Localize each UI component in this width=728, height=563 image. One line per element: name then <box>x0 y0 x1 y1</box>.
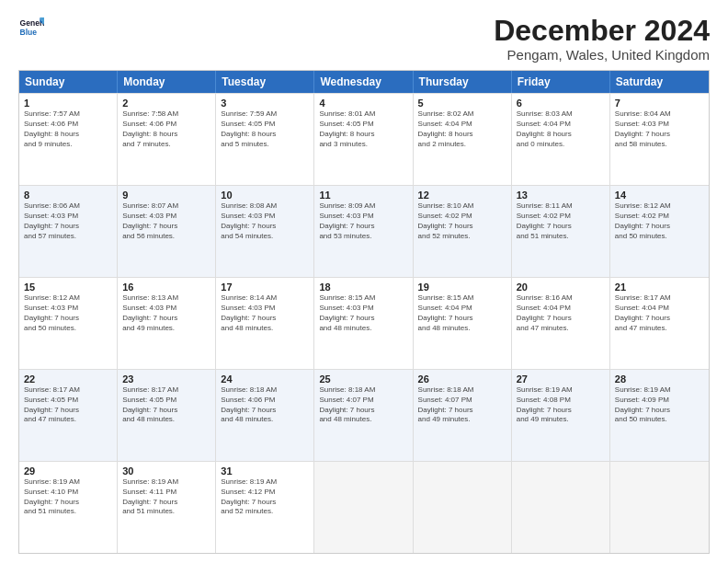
day-info: Sunrise: 8:16 AM Sunset: 4:04 PM Dayligh… <box>517 293 605 333</box>
day-info: Sunrise: 8:19 AM Sunset: 4:11 PM Dayligh… <box>122 477 210 517</box>
day-number: 8 <box>24 190 112 201</box>
header-friday: Friday <box>512 71 610 93</box>
calendar-cell-26: 26Sunrise: 8:18 AM Sunset: 4:07 PM Dayli… <box>414 370 512 461</box>
day-info: Sunrise: 7:57 AM Sunset: 4:06 PM Dayligh… <box>24 109 112 149</box>
calendar-cell-empty <box>610 462 709 553</box>
header-monday: Monday <box>118 71 216 93</box>
day-info: Sunrise: 7:58 AM Sunset: 4:06 PM Dayligh… <box>122 109 210 149</box>
calendar-cell-6: 6Sunrise: 8:03 AM Sunset: 4:04 PM Daylig… <box>512 94 610 185</box>
header-wednesday: Wednesday <box>314 71 413 93</box>
subtitle: Pengam, Wales, United Kingdom <box>494 47 710 63</box>
calendar-cell-12: 12Sunrise: 8:10 AM Sunset: 4:02 PM Dayli… <box>414 186 512 277</box>
logo: General Blue <box>18 15 44 40</box>
day-number: 19 <box>418 282 506 293</box>
calendar-week-5: 29Sunrise: 8:19 AM Sunset: 4:10 PM Dayli… <box>19 461 709 553</box>
day-info: Sunrise: 8:19 AM Sunset: 4:08 PM Dayligh… <box>517 385 605 425</box>
day-info: Sunrise: 8:18 AM Sunset: 4:07 PM Dayligh… <box>418 385 506 425</box>
calendar-cell-11: 11Sunrise: 8:09 AM Sunset: 4:03 PM Dayli… <box>314 186 413 277</box>
calendar-cell-28: 28Sunrise: 8:19 AM Sunset: 4:09 PM Dayli… <box>610 370 709 461</box>
day-info: Sunrise: 8:19 AM Sunset: 4:10 PM Dayligh… <box>24 477 112 517</box>
header-tuesday: Tuesday <box>216 71 314 93</box>
header-saturday: Saturday <box>610 71 709 93</box>
day-number: 12 <box>418 190 506 201</box>
svg-text:Blue: Blue <box>20 28 38 37</box>
calendar-cell-empty <box>512 462 610 553</box>
day-number: 21 <box>615 282 704 293</box>
day-number: 10 <box>221 190 309 201</box>
calendar-cell-3: 3Sunrise: 7:59 AM Sunset: 4:05 PM Daylig… <box>216 94 314 185</box>
day-info: Sunrise: 8:04 AM Sunset: 4:03 PM Dayligh… <box>615 109 704 149</box>
calendar-cell-15: 15Sunrise: 8:12 AM Sunset: 4:03 PM Dayli… <box>19 278 118 369</box>
day-number: 24 <box>221 373 309 385</box>
logo-icon: General Blue <box>18 15 44 40</box>
day-number: 5 <box>418 98 506 109</box>
day-info: Sunrise: 8:06 AM Sunset: 4:03 PM Dayligh… <box>24 201 112 241</box>
calendar-cell-29: 29Sunrise: 8:19 AM Sunset: 4:10 PM Dayli… <box>19 462 118 553</box>
calendar-cell-10: 10Sunrise: 8:08 AM Sunset: 4:03 PM Dayli… <box>216 186 314 277</box>
calendar-cell-empty <box>414 462 512 553</box>
calendar-cell-8: 8Sunrise: 8:06 AM Sunset: 4:03 PM Daylig… <box>19 186 118 277</box>
day-info: Sunrise: 8:12 AM Sunset: 4:02 PM Dayligh… <box>615 201 704 241</box>
calendar-cell-18: 18Sunrise: 8:15 AM Sunset: 4:03 PM Dayli… <box>314 278 413 369</box>
header: General Blue December 2024 Pengam, Wales… <box>18 15 710 63</box>
calendar-cell-21: 21Sunrise: 8:17 AM Sunset: 4:04 PM Dayli… <box>610 278 709 369</box>
day-info: Sunrise: 8:11 AM Sunset: 4:02 PM Dayligh… <box>517 201 605 241</box>
calendar-cell-22: 22Sunrise: 8:17 AM Sunset: 4:05 PM Dayli… <box>19 370 118 461</box>
day-info: Sunrise: 8:02 AM Sunset: 4:04 PM Dayligh… <box>418 109 506 149</box>
day-number: 7 <box>615 98 704 109</box>
day-info: Sunrise: 8:19 AM Sunset: 4:09 PM Dayligh… <box>615 385 704 425</box>
calendar-cell-4: 4Sunrise: 8:01 AM Sunset: 4:05 PM Daylig… <box>314 94 413 185</box>
day-number: 22 <box>24 373 112 385</box>
day-number: 16 <box>122 282 210 293</box>
calendar-week-3: 15Sunrise: 8:12 AM Sunset: 4:03 PM Dayli… <box>19 277 709 369</box>
page: General Blue December 2024 Pengam, Wales… <box>0 0 728 563</box>
day-number: 17 <box>221 282 309 293</box>
calendar-body: 1Sunrise: 7:57 AM Sunset: 4:06 PM Daylig… <box>19 93 709 553</box>
main-title: December 2024 <box>494 15 710 47</box>
day-info: Sunrise: 7:59 AM Sunset: 4:05 PM Dayligh… <box>221 109 309 149</box>
calendar-cell-7: 7Sunrise: 8:04 AM Sunset: 4:03 PM Daylig… <box>610 94 709 185</box>
day-info: Sunrise: 8:08 AM Sunset: 4:03 PM Dayligh… <box>221 201 309 241</box>
calendar-week-4: 22Sunrise: 8:17 AM Sunset: 4:05 PM Dayli… <box>19 369 709 461</box>
day-info: Sunrise: 8:07 AM Sunset: 4:03 PM Dayligh… <box>122 201 210 241</box>
day-info: Sunrise: 8:17 AM Sunset: 4:05 PM Dayligh… <box>122 385 210 425</box>
day-info: Sunrise: 8:12 AM Sunset: 4:03 PM Dayligh… <box>24 293 112 333</box>
calendar-cell-13: 13Sunrise: 8:11 AM Sunset: 4:02 PM Dayli… <box>512 186 610 277</box>
day-number: 11 <box>319 190 407 201</box>
calendar-cell-9: 9Sunrise: 8:07 AM Sunset: 4:03 PM Daylig… <box>118 186 216 277</box>
day-info: Sunrise: 8:09 AM Sunset: 4:03 PM Dayligh… <box>319 201 407 241</box>
day-info: Sunrise: 8:14 AM Sunset: 4:03 PM Dayligh… <box>221 293 309 333</box>
day-number: 15 <box>24 282 112 293</box>
calendar-cell-30: 30Sunrise: 8:19 AM Sunset: 4:11 PM Dayli… <box>118 462 216 553</box>
calendar-cell-14: 14Sunrise: 8:12 AM Sunset: 4:02 PM Dayli… <box>610 186 709 277</box>
day-number: 2 <box>122 98 210 109</box>
calendar-cell-23: 23Sunrise: 8:17 AM Sunset: 4:05 PM Dayli… <box>118 370 216 461</box>
day-info: Sunrise: 8:01 AM Sunset: 4:05 PM Dayligh… <box>319 109 407 149</box>
day-info: Sunrise: 8:15 AM Sunset: 4:03 PM Dayligh… <box>319 293 407 333</box>
day-info: Sunrise: 8:18 AM Sunset: 4:06 PM Dayligh… <box>221 385 309 425</box>
calendar-cell-2: 2Sunrise: 7:58 AM Sunset: 4:06 PM Daylig… <box>118 94 216 185</box>
day-info: Sunrise: 8:19 AM Sunset: 4:12 PM Dayligh… <box>221 477 309 517</box>
day-number: 13 <box>517 190 605 201</box>
day-number: 25 <box>319 373 407 385</box>
calendar-cell-16: 16Sunrise: 8:13 AM Sunset: 4:03 PM Dayli… <box>118 278 216 369</box>
day-info: Sunrise: 8:17 AM Sunset: 4:05 PM Dayligh… <box>24 385 112 425</box>
day-number: 23 <box>122 373 210 385</box>
calendar-cell-empty <box>314 462 413 553</box>
day-number: 29 <box>24 465 112 477</box>
calendar-cell-31: 31Sunrise: 8:19 AM Sunset: 4:12 PM Dayli… <box>216 462 314 553</box>
calendar-header: Sunday Monday Tuesday Wednesday Thursday… <box>19 71 709 93</box>
day-number: 14 <box>615 190 704 201</box>
day-info: Sunrise: 8:13 AM Sunset: 4:03 PM Dayligh… <box>122 293 210 333</box>
header-sunday: Sunday <box>19 71 118 93</box>
day-number: 20 <box>517 282 605 293</box>
day-number: 27 <box>517 373 605 385</box>
day-number: 28 <box>615 373 704 385</box>
day-info: Sunrise: 8:17 AM Sunset: 4:04 PM Dayligh… <box>615 293 704 333</box>
day-number: 3 <box>221 98 309 109</box>
calendar-cell-20: 20Sunrise: 8:16 AM Sunset: 4:04 PM Dayli… <box>512 278 610 369</box>
calendar-cell-19: 19Sunrise: 8:15 AM Sunset: 4:04 PM Dayli… <box>414 278 512 369</box>
calendar-cell-27: 27Sunrise: 8:19 AM Sunset: 4:08 PM Dayli… <box>512 370 610 461</box>
day-info: Sunrise: 8:10 AM Sunset: 4:02 PM Dayligh… <box>418 201 506 241</box>
calendar: Sunday Monday Tuesday Wednesday Thursday… <box>18 70 710 554</box>
